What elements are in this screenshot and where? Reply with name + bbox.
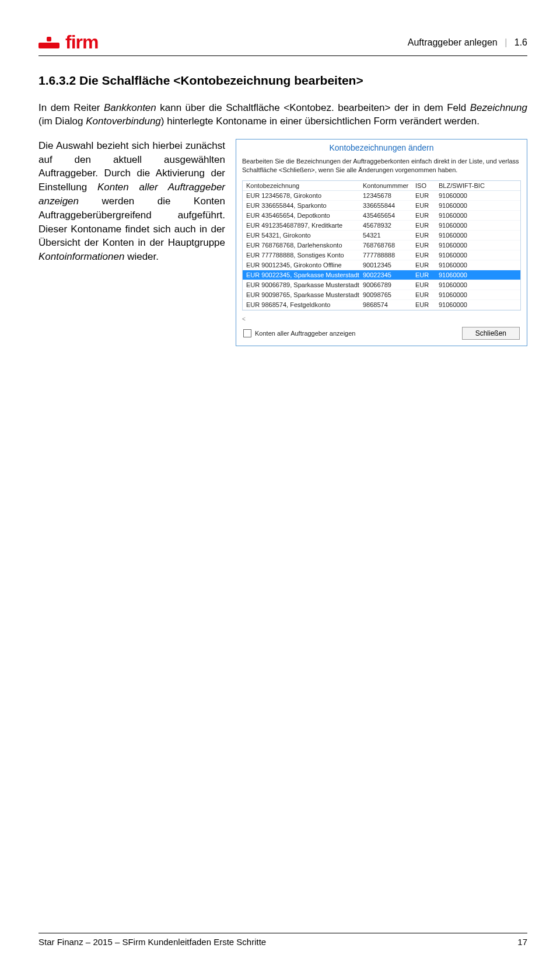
footer-text: Star Finanz – 2015 – SFirm Kundenleitfad… [38,937,266,947]
logo: firm [38,32,98,53]
logo-text: firm [65,32,98,53]
breadcrumb-separator: | [500,37,512,47]
cell-iso: EUR [415,281,439,288]
cell-iso: EUR [415,291,439,298]
table-row[interactable]: EUR 336655844, Sparkonto336655844EUR9106… [243,201,520,211]
table-row[interactable]: EUR 435465654, Depotkonto435465654EUR910… [243,211,520,221]
cell-num: 90066789 [363,281,415,288]
close-button[interactable]: Schließen [462,327,520,340]
sparkasse-s-icon [38,37,60,48]
footer-rule [38,933,527,933]
table-row[interactable]: EUR 90066789, Sparkasse Musterstadt90066… [243,280,520,290]
show-all-accounts-checkbox[interactable]: Konten aller Auftraggeber anzeigen [243,329,355,337]
col-kontobezeichnung[interactable]: Kontobezeichnung [246,182,363,189]
cell-blz: 91060000 [439,242,485,249]
cell-num: 777788888 [363,252,415,259]
cell-blz: 91060000 [439,192,485,199]
cell-name: EUR 90098765, Sparkasse Musterstadt [246,291,363,298]
cell-num: 768768768 [363,242,415,249]
cell-blz: 91060000 [439,252,485,259]
cell-name: EUR 768768768, Darlehenskonto [246,242,363,249]
dialog-screenshot: Kontobezeichnungen ändern Bearbeiten Sie… [236,139,527,346]
cell-blz: 91060000 [439,202,485,209]
header-rule [38,55,527,56]
cell-num: 90098765 [363,291,415,298]
cell-blz: 91060000 [439,212,485,219]
cell-num: 54321 [363,232,415,239]
cell-num: 45678932 [363,222,415,229]
cell-iso: EUR [415,212,439,219]
cell-blz: 91060000 [439,281,485,288]
grid-header-row: Kontobezeichnung Kontonummmer ISO BLZ/SW… [243,181,520,191]
cell-iso: EUR [415,242,439,249]
table-row[interactable]: EUR 777788888, Sonstiges Konto777788888E… [243,250,520,260]
breadcrumb-section: 1.6 [514,37,527,47]
cell-num: 90012345 [363,262,415,269]
cell-blz: 91060000 [439,232,485,239]
cell-name: EUR 90012345, Girokonto Offline [246,262,363,269]
cell-name: EUR 4912354687897, Kreditkarte [246,222,363,229]
cell-iso: EUR [415,222,439,229]
cell-iso: EUR [415,192,439,199]
cell-name: EUR 435465654, Depotkonto [246,212,363,219]
cell-num: 12345678 [363,192,415,199]
cell-name: EUR 90022345, Sparkasse Musterstadt [246,271,363,278]
cell-name: EUR 54321, Girokonto [246,232,363,239]
cell-blz: 91060000 [439,271,485,278]
col-blz[interactable]: BLZ/SWIFT-BIC [439,182,485,189]
accounts-grid: Kontobezeichnung Kontonummmer ISO BLZ/SW… [242,180,521,311]
section-heading: 1.6.3.2 Die Schalfläche <Kontobezeichnun… [38,74,527,88]
cell-name: EUR 90066789, Sparkasse Musterstadt [246,281,363,288]
checkbox-label: Konten aller Auftraggeber anzeigen [255,330,355,337]
table-row[interactable]: EUR 90022345, Sparkasse Musterstadt90022… [243,270,520,280]
cell-iso: EUR [415,202,439,209]
cell-blz: 91060000 [439,222,485,229]
breadcrumb: Auftraggeber anlegen | 1.6 [408,37,527,48]
cell-iso: EUR [415,262,439,269]
table-row[interactable]: EUR 9868574, Festgeldkonto9868574EUR9106… [243,300,520,310]
table-row[interactable]: EUR 90098765, Sparkasse Musterstadt90098… [243,290,520,300]
cell-iso: EUR [415,271,439,278]
table-row[interactable]: EUR 90012345, Girokonto Offline90012345E… [243,260,520,270]
cell-name: EUR 336655844, Sparkonto [246,202,363,209]
breadcrumb-title: Auftraggeber anlegen [408,37,498,47]
checkbox-icon [243,329,251,337]
cell-iso: EUR [415,232,439,239]
cell-num: 435465654 [363,212,415,219]
cell-blz: 91060000 [439,291,485,298]
table-row[interactable]: EUR 54321, Girokonto54321EUR91060000 [243,231,520,240]
cell-name: EUR 9868574, Festgeldkonto [246,301,363,308]
table-row[interactable]: EUR 12345678, Girokonto12345678EUR910600… [243,191,520,201]
intro-paragraph: In dem Reiter Bankkonten kann über die S… [38,102,527,128]
page-number: 17 [517,937,527,947]
cell-num: 90022345 [363,271,415,278]
cell-iso: EUR [415,252,439,259]
table-row[interactable]: EUR 768768768, Darlehenskonto768768768EU… [243,240,520,250]
cell-num: 9868574 [363,301,415,308]
cell-blz: 91060000 [439,301,485,308]
cell-num: 336655844 [363,202,415,209]
explanation-paragraph: Die Auswahl bezieht sich hierbei zunächs… [38,139,225,264]
cell-iso: EUR [415,301,439,308]
col-iso[interactable]: ISO [415,182,439,189]
table-row[interactable]: EUR 4912354687897, Kreditkarte45678932EU… [243,221,520,231]
cell-name: EUR 777788888, Sonstiges Konto [246,252,363,259]
cell-name: EUR 12345678, Girokonto [246,192,363,199]
dialog-description: Bearbeiten Sie die Bezeichnungen der Auf… [236,155,527,180]
col-kontonummer[interactable]: Kontonummmer [363,182,415,189]
cell-blz: 91060000 [439,262,485,269]
dialog-title: Kontobezeichnungen ändern [236,140,527,155]
scrollbar-left-icon[interactable]: < [236,314,527,323]
